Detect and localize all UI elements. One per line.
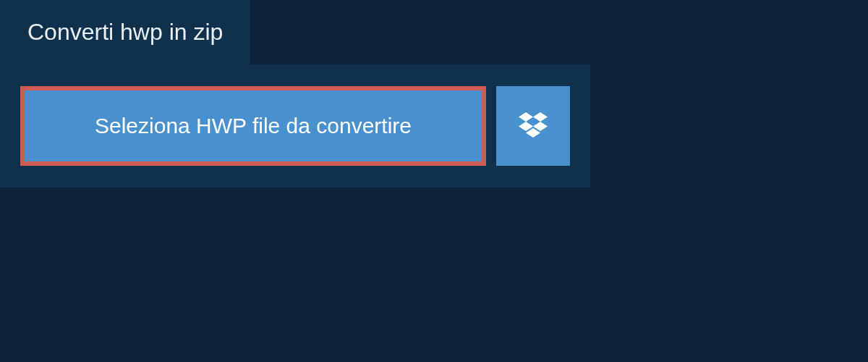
select-file-label: Seleziona HWP file da convertire	[95, 114, 412, 138]
content-panel: Seleziona HWP file da convertire	[0, 64, 590, 188]
dropbox-icon	[519, 112, 548, 140]
tab-convert[interactable]: Converti hwp in zip	[0, 0, 250, 64]
select-file-button[interactable]: Seleziona HWP file da convertire	[20, 86, 486, 166]
tab-label: Converti hwp in zip	[27, 19, 223, 45]
tab-bar: Converti hwp in zip	[0, 0, 868, 64]
dropbox-button[interactable]	[496, 86, 570, 166]
